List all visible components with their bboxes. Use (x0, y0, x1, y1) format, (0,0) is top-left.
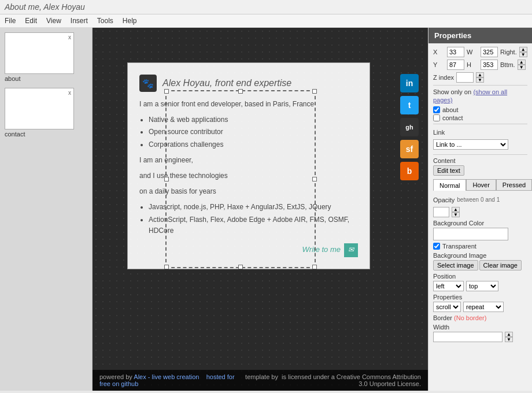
card-header: 🐾 Alex Hoyau, front end expertise (139, 75, 358, 92)
right-down-btn[interactable]: ▼ (519, 52, 527, 57)
powered-by-link[interactable]: Alex - live web creation (134, 373, 199, 380)
bg-color-label: Background Color (433, 220, 527, 227)
card-logo-icon: 🐾 (139, 75, 157, 92)
width-label: Width (433, 324, 527, 331)
position-x-select[interactable]: left center right (433, 281, 464, 291)
mail-icon: ✉ (344, 243, 358, 257)
divider-1 (433, 85, 527, 86)
zindex-row: Z index ▲ ▼ (433, 72, 527, 83)
clear-image-button[interactable]: Clear image (479, 260, 522, 270)
linkedin-button[interactable]: in (400, 74, 419, 92)
right-spinner[interactable]: ▲ ▼ (519, 47, 527, 57)
link-label: Link (433, 129, 445, 136)
w-label: W (467, 49, 478, 55)
page-about-label: about (442, 106, 459, 113)
right-label: Right. (500, 49, 517, 55)
page-contact-checkbox[interactable] (433, 114, 440, 121)
bottom-down-btn[interactable]: ▼ (518, 65, 526, 70)
opacity-up-btn[interactable]: ▲ (452, 207, 460, 212)
zindex-input[interactable] (456, 72, 474, 83)
width-row: ▲ ▼ (433, 332, 527, 342)
tab-pressed[interactable]: Pressed (496, 179, 532, 191)
width-down-btn[interactable]: ▼ (505, 337, 513, 342)
properties-panel: Properties X W Right. ▲ ▼ Y H Bttm. (428, 28, 532, 391)
repeat-select[interactable]: repeat no-repeat repeat-x repeat-y (463, 302, 504, 312)
divider-3 (433, 154, 527, 155)
card-middle-1: I am an engineer, (139, 155, 358, 166)
show-only-row: Show only on (show on all pages) (433, 88, 527, 104)
sidebar-thumb-about[interactable]: x about (5, 32, 87, 83)
menu-insert[interactable]: Insert (71, 17, 88, 25)
w-input[interactable] (481, 47, 498, 57)
page-footer: powered by Alex - live web creation host… (93, 370, 428, 391)
opacity-input-row: ▲ ▼ (433, 207, 527, 217)
card-middle-3: on a daily basis for years (139, 186, 358, 197)
scroll-repeat-row: scroll fixed repeat no-repeat repeat-x r… (433, 302, 527, 312)
width-input[interactable] (433, 332, 503, 342)
page-about-checkbox[interactable] (433, 106, 440, 113)
menu-file[interactable]: File (5, 17, 16, 25)
twitter-button[interactable]: t (400, 96, 419, 114)
bottom-spinner[interactable]: ▲ ▼ (518, 60, 526, 70)
menu-view[interactable]: View (46, 17, 61, 25)
border-label: Border (No border) (433, 314, 527, 321)
card-title: Alex Hoyau, front end expertise (162, 78, 291, 88)
show-only-label: Show only on (433, 88, 471, 95)
select-image-button[interactable]: Select image (433, 260, 478, 270)
close-about-icon[interactable]: x (68, 34, 71, 40)
opacity-spinner[interactable]: ▲ ▼ (452, 207, 460, 217)
scroll-select[interactable]: scroll fixed (433, 302, 461, 312)
xywh-row: X W Right. ▲ ▼ (433, 47, 527, 57)
tab-hover[interactable]: Hover (466, 179, 496, 191)
menu-edit[interactable]: Edit (25, 17, 37, 25)
position-y-select[interactable]: top middle bottom (466, 281, 498, 291)
bg-image-label: Background Image (433, 252, 527, 259)
zindex-spinner[interactable]: ▲ ▼ (476, 72, 484, 83)
x-label: X (433, 49, 445, 55)
x-input[interactable] (447, 47, 464, 57)
position-row: left center right top middle bottom (433, 281, 527, 291)
y-label: Y (433, 61, 445, 68)
zindex-down-btn[interactable]: ▼ (476, 77, 484, 83)
blogger-button[interactable]: b (400, 162, 419, 180)
panel-title: Properties (428, 28, 532, 43)
opacity-input[interactable] (433, 207, 449, 217)
no-border-text: (No border) (454, 314, 486, 321)
opacity-down-btn[interactable]: ▼ (452, 212, 460, 217)
bullet-1-1: Native & web applications (149, 114, 358, 125)
ybh-row: Y H Bttm. ▲ ▼ (433, 60, 527, 70)
card-bullets-2: Javascript, node.js, PHP, Haxe + Angular… (149, 202, 358, 236)
y-input[interactable] (447, 60, 464, 70)
close-contact-icon[interactable]: x (68, 90, 71, 96)
link-select[interactable]: Link to ... (433, 139, 508, 150)
transparent-label: Transparent (442, 243, 476, 250)
sidebar-label-about: about (5, 74, 87, 83)
center-canvas[interactable]: 🐾 Alex Hoyau, front end expertise I am a… (93, 28, 428, 391)
github-button[interactable]: gh (400, 118, 419, 136)
footer-left: powered by Alex - live web creation host… (99, 373, 235, 387)
sidebar-thumb-contact[interactable]: x contact (5, 88, 87, 139)
menu-tools[interactable]: Tools (97, 17, 113, 25)
h-input[interactable] (481, 60, 498, 70)
sidebar-label-contact: contact (5, 129, 87, 139)
width-spinner[interactable]: ▲ ▼ (505, 332, 513, 342)
tab-normal[interactable]: Normal (433, 179, 466, 191)
transparent-checkbox[interactable] (433, 243, 440, 250)
opacity-hint: between 0 and 1 (457, 196, 500, 203)
bottom-up-btn[interactable]: ▲ (518, 60, 526, 65)
h-label: H (467, 61, 478, 68)
bg-color-swatch[interactable] (433, 228, 508, 240)
zindex-up-btn[interactable]: ▲ (476, 72, 484, 77)
app-title: About me, Alex Hoyau (5, 2, 85, 12)
width-up-btn[interactable]: ▲ (505, 332, 513, 337)
write-me-link[interactable]: Write to me ✉ (139, 243, 358, 257)
edit-text-button[interactable]: Edit text (433, 165, 464, 176)
image-properties-label: Properties (433, 294, 527, 301)
position-label: Position (433, 273, 527, 280)
license-text: is licensed under a Creative Commons Att… (282, 373, 421, 387)
right-up-btn[interactable]: ▲ (519, 47, 527, 52)
bullet-1-2: Open source contributor (149, 127, 358, 138)
page-about-row: about (433, 106, 527, 113)
sourcefore-button[interactable]: sf (400, 140, 419, 158)
menu-help[interactable]: Help (123, 17, 137, 25)
